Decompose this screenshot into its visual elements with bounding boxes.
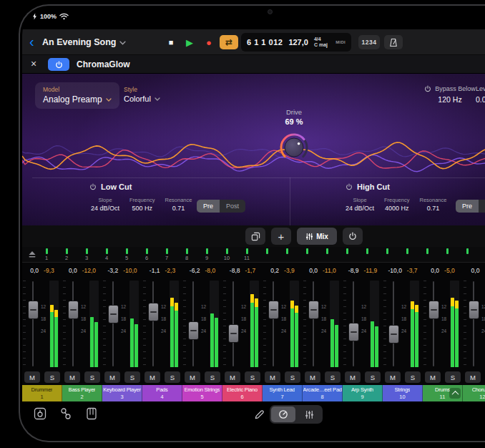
bypass-below-control[interactable]: Bypass Below 120 Hz bbox=[410, 85, 485, 104]
mute-button[interactable]: M bbox=[144, 371, 160, 383]
track-name-plate[interactable]: Emotion Strings5 bbox=[182, 385, 222, 401]
fader-handle[interactable] bbox=[188, 321, 199, 340]
collapse-button[interactable] bbox=[449, 388, 461, 399]
mute-button[interactable]: M bbox=[225, 371, 240, 383]
fader-handle[interactable] bbox=[268, 301, 279, 319]
solo-button[interactable]: S bbox=[44, 371, 60, 383]
fader-handle[interactable] bbox=[308, 301, 319, 319]
fader-value[interactable]: 0,0 bbox=[30, 267, 39, 274]
solo-button[interactable]: S bbox=[365, 371, 381, 383]
fader-value[interactable]: 0,0 bbox=[309, 267, 318, 274]
track-name-plate[interactable]: Pads4 bbox=[142, 385, 182, 401]
low-cut-resonance[interactable]: Resonance 0.71 bbox=[165, 197, 192, 212]
fader-value[interactable]: 0,0 bbox=[431, 267, 439, 274]
post-button[interactable]: Post bbox=[479, 200, 485, 213]
fader-value[interactable]: -6,2 bbox=[190, 267, 200, 274]
mute-button[interactable]: M bbox=[425, 371, 441, 383]
fader-handle[interactable] bbox=[28, 301, 39, 319]
fader-value[interactable]: -8,8 bbox=[230, 267, 240, 274]
fader-handle[interactable] bbox=[388, 325, 399, 344]
mix-tab[interactable]: Mix bbox=[297, 228, 337, 245]
pre-button[interactable]: Pre bbox=[197, 200, 220, 213]
fader-handle[interactable] bbox=[148, 303, 159, 321]
fader-handle[interactable] bbox=[228, 324, 239, 343]
high-cut-header[interactable]: High Cut bbox=[346, 182, 390, 191]
stop-button[interactable]: ■ bbox=[162, 29, 180, 55]
bar-ruler[interactable]: 1234567891011 bbox=[22, 247, 485, 263]
mute-button[interactable]: M bbox=[24, 371, 40, 383]
high-cut-resonance[interactable]: Resonance 0.71 bbox=[419, 197, 446, 212]
track-name-plate[interactable]: Electric Piano6 bbox=[222, 385, 263, 401]
controls-panel-button[interactable] bbox=[32, 406, 48, 422]
cycle-button[interactable]: ⇄ bbox=[220, 35, 238, 49]
close-plugin-button[interactable]: × bbox=[31, 58, 36, 69]
track-name-plate[interactable]: Bass Player2 bbox=[62, 385, 102, 401]
fader-handle[interactable] bbox=[428, 301, 439, 319]
fader-value[interactable]: -3,2 bbox=[107, 267, 118, 274]
track-name-plate[interactable]: Arcade…eet Pad8 bbox=[303, 385, 343, 401]
lcd-display[interactable]: 6 1 1 012 127,0 4/4 C maj MIDI bbox=[241, 33, 351, 52]
knob-view-button[interactable] bbox=[271, 406, 295, 422]
track-name-plate[interactable]: Strings10 bbox=[383, 385, 423, 401]
mixer-view-button[interactable] bbox=[297, 406, 321, 422]
fader-value[interactable]: 0,0 bbox=[69, 267, 77, 274]
fader-handle[interactable] bbox=[68, 301, 79, 319]
fader-value[interactable]: -10,0 bbox=[388, 267, 401, 274]
pre-button[interactable]: Pre bbox=[456, 200, 479, 213]
fader-handle[interactable] bbox=[348, 323, 359, 341]
solo-button[interactable]: S bbox=[245, 371, 260, 383]
ruler-tick bbox=[260, 248, 274, 255]
mute-button[interactable]: M bbox=[104, 371, 120, 383]
mute-button[interactable]: M bbox=[64, 371, 80, 383]
solo-button[interactable]: S bbox=[325, 371, 341, 383]
solo-button[interactable]: S bbox=[124, 371, 140, 383]
add-button[interactable]: + bbox=[271, 228, 291, 245]
low-cut-slope[interactable]: Slope 24 dB/Oct bbox=[91, 197, 119, 212]
mute-button[interactable]: M bbox=[385, 371, 401, 383]
track-name-plate[interactable]: Keyboard Player3 bbox=[102, 385, 142, 401]
high-cut-frequency[interactable]: Frequency 4000 Hz bbox=[384, 197, 409, 212]
mute-button[interactable]: M bbox=[265, 371, 280, 383]
mute-button[interactable]: M bbox=[305, 371, 320, 383]
mute-button[interactable]: M bbox=[185, 371, 200, 383]
fader-handle[interactable] bbox=[469, 301, 479, 319]
model-selector[interactable]: Model Analog Preamp bbox=[35, 82, 119, 109]
fader-value[interactable]: 0,0 bbox=[471, 267, 480, 274]
fader-value[interactable]: 0,2 bbox=[270, 267, 279, 274]
level-control[interactable]: Level 0.0 bbox=[476, 85, 485, 104]
track-name-plate[interactable]: Arp Synth9 bbox=[343, 385, 383, 401]
plugin-power-button[interactable] bbox=[48, 58, 69, 71]
low-cut-header[interactable]: Low Cut bbox=[89, 182, 132, 191]
edit-button[interactable] bbox=[251, 406, 267, 423]
track-name-plate[interactable]: Drummer1 bbox=[22, 385, 62, 401]
mute-button[interactable]: M bbox=[345, 371, 361, 383]
back-button[interactable]: ‹ bbox=[29, 32, 34, 51]
play-button[interactable]: ▶ bbox=[181, 29, 198, 55]
track-name-plate[interactable]: Chorus V12 bbox=[463, 385, 485, 401]
drive-knob[interactable] bbox=[278, 131, 310, 164]
fader-value[interactable]: -8,9 bbox=[348, 267, 359, 274]
post-button[interactable]: Post bbox=[220, 200, 245, 213]
low-cut-frequency[interactable]: Frequency 500 Hz bbox=[129, 197, 155, 212]
mute-button[interactable]: M bbox=[465, 371, 481, 383]
count-in-button[interactable]: 1234 bbox=[358, 35, 380, 49]
metronome-button[interactable] bbox=[384, 35, 403, 49]
solo-button[interactable]: S bbox=[205, 371, 220, 383]
solo-button[interactable]: S bbox=[165, 371, 180, 383]
style-selector[interactable]: Style Colorful bbox=[124, 86, 160, 103]
solo-button[interactable]: S bbox=[445, 371, 461, 383]
keyboard-button[interactable] bbox=[84, 406, 99, 422]
track-name-plate[interactable]: Synth Lead7 bbox=[263, 385, 303, 401]
fader-value[interactable]: -1,1 bbox=[150, 267, 160, 274]
track-name-plate[interactable]: Drums11 bbox=[423, 385, 463, 401]
high-cut-slope[interactable]: Slope 24 dB/Oct bbox=[346, 197, 374, 212]
mixer-power-button[interactable] bbox=[343, 228, 363, 245]
song-title-button[interactable]: An Evening Song bbox=[42, 29, 126, 55]
record-button[interactable]: ● bbox=[200, 29, 217, 55]
duplicate-button[interactable] bbox=[245, 228, 265, 245]
fader-handle[interactable] bbox=[108, 305, 119, 323]
signal-flow-button[interactable] bbox=[58, 406, 74, 422]
solo-button[interactable]: S bbox=[84, 371, 100, 383]
solo-button[interactable]: S bbox=[285, 371, 300, 383]
solo-button[interactable]: S bbox=[405, 371, 421, 383]
